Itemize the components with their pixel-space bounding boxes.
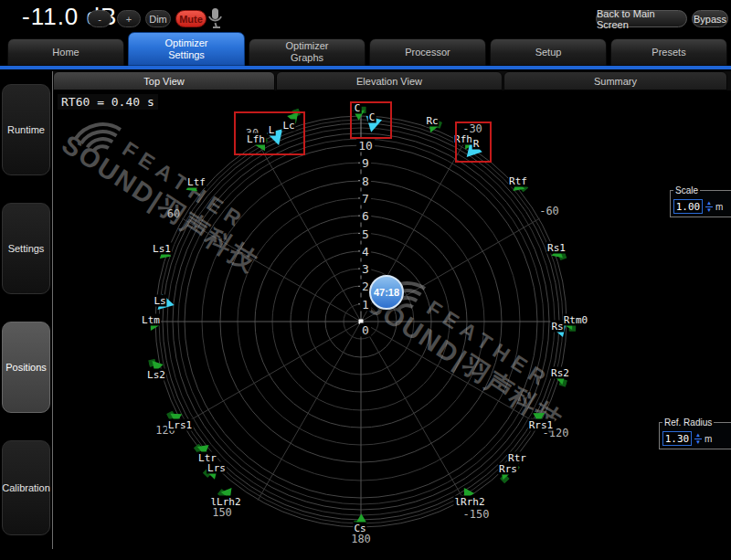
speaker-label-green-ls1[interactable]: Ls1 bbox=[152, 243, 172, 255]
view-tab-top-view[interactable]: Top View bbox=[53, 71, 275, 90]
highlight-box-3 bbox=[455, 122, 492, 163]
speaker-label-cyan-ls[interactable]: Ls bbox=[153, 295, 166, 307]
speaker-label-cyan-rs[interactable]: Rs bbox=[550, 321, 564, 333]
ref-radius-unit: m bbox=[705, 434, 712, 444]
sidebar-item-settings[interactable]: Settings bbox=[2, 203, 50, 294]
scale-spinner: ▲ ▼ bbox=[705, 201, 713, 213]
scale-unit: m bbox=[715, 202, 723, 212]
speaker-label-green-cs[interactable]: Cs bbox=[353, 523, 366, 534]
view-tab-elevation-view[interactable]: Elevation View bbox=[276, 71, 503, 90]
scale-input[interactable]: 1.00 bbox=[673, 199, 703, 214]
highlight-box-1 bbox=[234, 111, 305, 155]
active-tab-underline bbox=[0, 66, 731, 69]
spinner-down-icon[interactable]: ▼ bbox=[706, 208, 712, 213]
rt60-readout: RT60 = 0.40 s bbox=[58, 94, 158, 110]
sidebar-item-runtime[interactable]: Runtime bbox=[2, 84, 50, 175]
speaker-label-green-llrh2[interactable]: lLrh2 bbox=[209, 496, 241, 508]
radial-tick-3: 3 bbox=[360, 262, 371, 276]
speaker-label-green-ltf[interactable]: Ltf bbox=[186, 176, 207, 188]
speaker-label-green-rtf[interactable]: Rtf bbox=[508, 175, 528, 187]
angle-label-60: 60 bbox=[167, 207, 180, 220]
scale-label: Scale bbox=[673, 185, 700, 195]
speaker-label-green-rrs1[interactable]: Rrs1 bbox=[528, 419, 555, 431]
tab-presets[interactable]: Presets bbox=[610, 38, 727, 66]
radial-tick-10: 10 bbox=[356, 139, 375, 153]
speaker-position-chart: RT60 = 0.40 s Scale 1.00 ▲ ▼ m Ref. Radi… bbox=[53, 90, 731, 549]
speaker-label-green-rs1[interactable]: Rs1 bbox=[546, 242, 567, 254]
view-tab-bar: Top ViewElevation ViewSummary bbox=[53, 71, 731, 90]
radial-tick-4: 4 bbox=[360, 244, 371, 258]
angle-label-150: -150 bbox=[463, 508, 490, 521]
scale-control: Scale 1.00 ▲ ▼ m bbox=[670, 185, 731, 217]
angle-label-150: 150 bbox=[212, 506, 232, 519]
ref-radius-input[interactable]: 1.30 bbox=[662, 431, 692, 446]
spinner-up-icon[interactable]: ▲ bbox=[706, 201, 712, 206]
highlight-box-2 bbox=[350, 101, 392, 139]
tab-optimizer-graphs[interactable]: Optimizer Graphs bbox=[249, 38, 366, 66]
radial-tick-5: 5 bbox=[360, 227, 371, 240]
ref-radius-control: Ref. Radius 1.30 ▲ ▼ m bbox=[659, 417, 731, 449]
speaker-label-green-rc[interactable]: Rc bbox=[425, 115, 439, 127]
speaker-label-green-ltr[interactable]: Ltr bbox=[197, 452, 217, 464]
speaker-label-green-rs2[interactable]: Rs2 bbox=[550, 367, 570, 379]
speaker-label-green-lrrh2[interactable]: lRrh2 bbox=[453, 496, 485, 508]
radial-tick-0: 0 bbox=[360, 323, 371, 337]
radial-tick-7: 7 bbox=[360, 191, 371, 205]
angle-label-60: -60 bbox=[539, 205, 559, 217]
radial-tick-8: 8 bbox=[360, 174, 371, 187]
speaker-label-green-lrs1[interactable]: Lrs1 bbox=[167, 419, 194, 431]
main-tab-bar: HomeOptimizer SettingsOptimizer GraphsPr… bbox=[0, 0, 731, 69]
speaker-label-green-ls2[interactable]: Ls2 bbox=[146, 369, 166, 381]
ref-radius-spinner: ▲ ▼ bbox=[694, 433, 702, 445]
radial-tick-9: 9 bbox=[360, 156, 371, 170]
view-tab-summary[interactable]: Summary bbox=[503, 71, 727, 90]
spinner-up-icon[interactable]: ▲ bbox=[695, 433, 701, 438]
spinner-down-icon[interactable]: ▼ bbox=[695, 440, 701, 445]
tab-processor[interactable]: Processor bbox=[369, 38, 486, 66]
ref-radius-label: Ref. Radius bbox=[662, 417, 714, 428]
optimizer-app: -11.0 dB - + Dim Mute Back to Main Scree… bbox=[0, 0, 731, 560]
speaker-label-green-ltm[interactable]: Ltm bbox=[141, 314, 161, 326]
sidebar-item-positions[interactable]: Positions bbox=[2, 322, 50, 413]
radial-tick-6: 6 bbox=[360, 209, 371, 223]
speaker-label-green-rrs[interactable]: Rrs bbox=[498, 463, 518, 475]
sidebar-item-calibration[interactable]: Calibration bbox=[2, 440, 50, 535]
tab-home[interactable]: Home bbox=[7, 38, 124, 66]
timer-badge: 47:18 bbox=[369, 275, 404, 310]
angle-label-180: 180 bbox=[351, 533, 371, 545]
content-panel: Top ViewElevation ViewSummary RT60 = 0.4… bbox=[52, 71, 731, 549]
tab-optimizer-settings[interactable]: Optimizer Settings bbox=[128, 32, 245, 66]
speaker-label-green-rtm0[interactable]: Rtm0 bbox=[563, 314, 589, 326]
radial-tick-1: 1 bbox=[360, 297, 371, 311]
tab-setup[interactable]: Setup bbox=[490, 38, 607, 66]
